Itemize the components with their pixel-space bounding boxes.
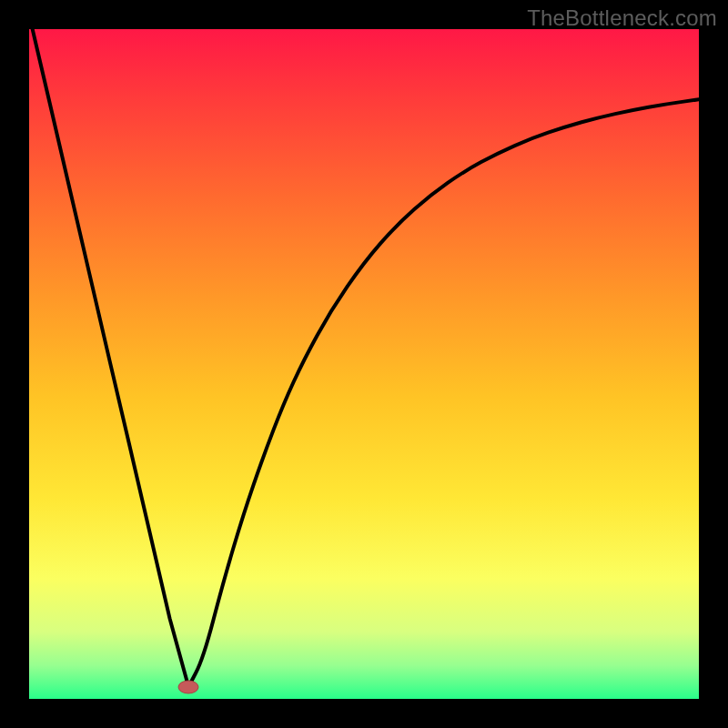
plot-area bbox=[29, 29, 699, 699]
optimal-point-marker bbox=[178, 681, 198, 693]
curve-layer bbox=[29, 29, 699, 699]
chart-frame: TheBottleneck.com bbox=[0, 0, 728, 728]
watermark-text: TheBottleneck.com bbox=[527, 5, 717, 31]
bottleneck-curve bbox=[33, 29, 699, 687]
